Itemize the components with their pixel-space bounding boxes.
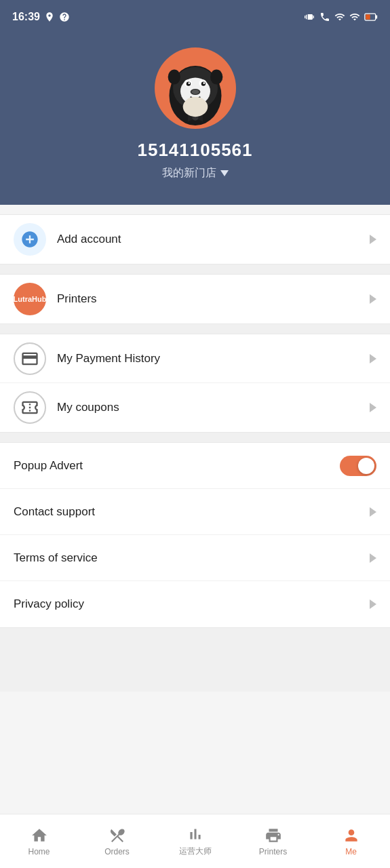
payment-history-label: My Payment History xyxy=(57,352,370,366)
nav-printers-label: Printers xyxy=(259,847,287,856)
battery-icon xyxy=(364,12,378,22)
no-call-icon xyxy=(319,12,330,22)
status-time: 16:39 xyxy=(12,11,40,23)
contact-support-item[interactable]: Contact support xyxy=(0,489,390,535)
coupons-icon-wrap xyxy=(14,391,46,424)
status-right xyxy=(305,12,378,22)
vibrate-icon xyxy=(305,12,315,22)
printers-group: LutraHub Printers xyxy=(0,274,390,324)
store-name: 我的新门店 xyxy=(162,166,216,180)
payment-icon xyxy=(20,349,39,368)
nav-orders-label: Orders xyxy=(104,847,130,856)
toggle-knob xyxy=(358,458,374,474)
orders-nav-icon xyxy=(109,827,126,844)
coupons-chevron xyxy=(370,403,376,412)
contact-support-chevron xyxy=(370,507,376,517)
printers-icon-wrap: LutraHub xyxy=(14,283,46,315)
payment-history-chevron xyxy=(370,354,376,363)
bottom-nav: Home Orders 运营大师 Printers Me xyxy=(0,814,390,868)
wifi-icon xyxy=(334,12,345,22)
printers-nav-icon xyxy=(265,827,282,844)
signal-icon xyxy=(349,12,360,22)
nav-home-label: Home xyxy=(28,847,50,856)
yunying-nav-icon xyxy=(187,825,204,843)
add-account-item[interactable]: Add account xyxy=(0,215,390,264)
printers-chevron xyxy=(370,294,376,304)
plus-icon xyxy=(20,230,39,249)
nav-me-label: Me xyxy=(345,847,357,856)
nav-yunying-label: 运营大师 xyxy=(179,846,212,857)
terms-of-service-chevron xyxy=(370,553,376,563)
add-account-group: Add account xyxy=(0,214,390,264)
nav-printers[interactable]: Printers xyxy=(234,821,312,862)
svg-rect-2 xyxy=(366,14,370,20)
popup-advert-toggle[interactable] xyxy=(340,456,376,476)
question-icon xyxy=(59,12,70,22)
privacy-policy-chevron xyxy=(370,599,376,609)
profile-phone: 15141105561 xyxy=(137,140,252,161)
me-nav-icon xyxy=(343,827,360,844)
svg-point-11 xyxy=(203,82,205,84)
add-account-chevron xyxy=(370,235,376,244)
status-left: 16:39 xyxy=(12,11,70,23)
settings-group: Popup Advert Contact support Terms of se… xyxy=(0,442,390,628)
home-nav-icon xyxy=(31,827,48,844)
add-account-icon xyxy=(14,223,46,256)
printers-item[interactable]: LutraHub Printers xyxy=(0,275,390,323)
svg-point-10 xyxy=(188,82,190,84)
nav-me[interactable]: Me xyxy=(312,821,390,862)
lutrahub-label: LutraHub xyxy=(14,295,47,303)
avatar xyxy=(155,47,236,129)
contact-support-label: Contact support xyxy=(14,505,370,519)
add-account-label: Add account xyxy=(57,233,370,246)
profile-header: 15141105561 我的新门店 xyxy=(0,34,390,205)
nav-yunying[interactable]: 运营大师 xyxy=(156,820,234,863)
profile-store[interactable]: 我的新门店 xyxy=(162,166,229,180)
privacy-policy-item[interactable]: Privacy policy xyxy=(0,581,390,627)
status-bar: 16:39 xyxy=(0,0,390,34)
svg-rect-1 xyxy=(376,16,378,19)
popup-advert-label: Popup Advert xyxy=(14,459,340,473)
printers-label: Printers xyxy=(57,292,370,306)
payment-coupons-group: My Payment History My coupons xyxy=(0,334,390,433)
terms-of-service-item[interactable]: Terms of service xyxy=(0,535,390,581)
terms-of-service-label: Terms of service xyxy=(14,551,370,565)
coupons-item[interactable]: My coupons xyxy=(0,383,390,432)
svg-point-15 xyxy=(210,70,222,85)
location-icon xyxy=(44,12,55,22)
popup-advert-item[interactable]: Popup Advert xyxy=(0,443,390,489)
privacy-policy-label: Privacy policy xyxy=(14,597,370,611)
svg-point-19 xyxy=(182,97,208,117)
store-dropdown-icon xyxy=(220,170,229,176)
svg-point-13 xyxy=(191,90,199,94)
coupon-icon xyxy=(20,398,39,417)
otter-avatar-svg xyxy=(158,51,233,125)
nav-home[interactable]: Home xyxy=(0,821,78,862)
nav-orders[interactable]: Orders xyxy=(78,821,156,862)
payment-history-item[interactable]: My Payment History xyxy=(0,334,390,383)
content-area: Add account LutraHub Printers My Payment… xyxy=(0,214,390,692)
svg-point-14 xyxy=(168,70,180,85)
coupons-label: My coupons xyxy=(57,401,370,414)
payment-icon-wrap xyxy=(14,342,46,375)
